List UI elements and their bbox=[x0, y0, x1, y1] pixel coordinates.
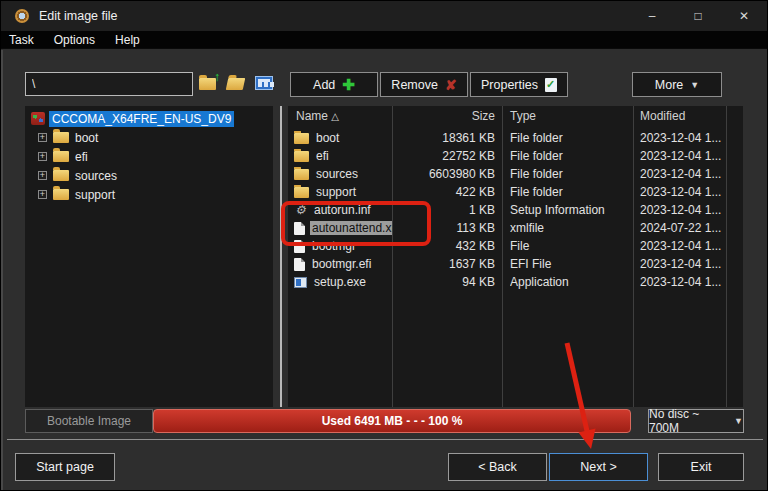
column-header-type[interactable]: Type bbox=[510, 109, 536, 123]
usage-progress-text: Used 6491 MB - - - 100 % bbox=[322, 414, 463, 428]
open-folder-icon[interactable] bbox=[227, 74, 246, 91]
new-folder-icon[interactable]: ↑ bbox=[199, 74, 218, 91]
main-frame: ↑ Add ✚ Remove ✘ Properties More ▼ bbox=[1, 50, 768, 491]
tree-item-label: boot bbox=[75, 131, 98, 145]
checked-document-icon bbox=[545, 78, 557, 92]
file-modified: 2024-07-22 1... bbox=[640, 221, 726, 235]
details-view-icon[interactable] bbox=[255, 76, 273, 90]
list-header: Name △ Size Type Modified bbox=[288, 106, 743, 127]
file-modified: 2023-12-04 1... bbox=[640, 275, 726, 289]
tree-item-efi[interactable]: + efi bbox=[29, 147, 273, 166]
panel-divider[interactable] bbox=[280, 106, 282, 407]
red-x-icon: ✘ bbox=[445, 78, 457, 92]
file-modified: 2023-12-04 1... bbox=[640, 185, 726, 199]
file-modified: 2023-12-04 1... bbox=[640, 131, 726, 145]
menu-bar: Task Options Help bbox=[1, 31, 767, 49]
sort-ascending-icon: △ bbox=[331, 111, 339, 122]
folder-icon bbox=[294, 169, 309, 180]
exit-button[interactable]: Exit bbox=[658, 453, 744, 481]
file-icon bbox=[294, 258, 305, 271]
file-name: boot bbox=[314, 131, 341, 145]
start-page-button[interactable]: Start page bbox=[15, 453, 115, 481]
bootable-image-label: Bootable Image bbox=[25, 409, 153, 433]
file-modified: 2023-12-04 1... bbox=[640, 203, 726, 217]
file-name: efi bbox=[314, 149, 331, 163]
menu-help[interactable]: Help bbox=[105, 31, 150, 49]
remove-button-label: Remove bbox=[391, 78, 438, 92]
window-title: Edit image file bbox=[39, 9, 118, 23]
more-button-label: More bbox=[655, 78, 683, 92]
maximize-button[interactable]: □ bbox=[675, 1, 721, 31]
file-type: EFI File bbox=[510, 257, 630, 271]
file-type: File folder bbox=[510, 167, 630, 181]
file-size: 22752 KB bbox=[395, 149, 495, 163]
tree-item-boot[interactable]: + boot bbox=[29, 128, 273, 147]
file-name: sources bbox=[314, 167, 360, 181]
tree-item-label: sources bbox=[75, 169, 117, 183]
close-button[interactable]: ✕ bbox=[721, 1, 767, 31]
file-size: 6603980 KB bbox=[395, 167, 495, 181]
column-header-size[interactable]: Size bbox=[395, 109, 495, 123]
file-name: setup.exe bbox=[312, 275, 368, 289]
table-row[interactable]: setup.exe 94 KB Application 2023-12-04 1… bbox=[288, 274, 743, 292]
folder-icon bbox=[294, 187, 309, 198]
edit-image-file-window: Edit image file – □ ✕ Task Options Help … bbox=[0, 0, 768, 491]
table-row[interactable]: efi 22752 KB File folder 2023-12-04 1... bbox=[288, 148, 743, 166]
back-button[interactable]: < Back bbox=[448, 453, 547, 481]
file-modified: 2023-12-04 1... bbox=[640, 167, 726, 181]
file-modified: 2023-12-04 1... bbox=[640, 149, 726, 163]
add-button-label: Add bbox=[313, 78, 335, 92]
minimize-button[interactable]: – bbox=[629, 1, 675, 31]
folder-icon bbox=[294, 151, 309, 162]
tree-item-support[interactable]: + support bbox=[29, 185, 273, 204]
expand-icon[interactable]: + bbox=[38, 152, 47, 161]
folder-icon bbox=[53, 132, 69, 143]
file-name: support bbox=[314, 185, 358, 199]
file-type: Setup Information bbox=[510, 203, 630, 217]
file-type: Application bbox=[510, 275, 630, 289]
tree-root-node[interactable]: CCCOMA_X64FRE_EN-US_DV9 bbox=[29, 109, 273, 128]
table-row[interactable]: sources 6603980 KB File folder 2023-12-0… bbox=[288, 166, 743, 184]
file-type: File folder bbox=[510, 131, 630, 145]
add-button[interactable]: Add ✚ bbox=[290, 72, 378, 97]
remove-button[interactable]: Remove ✘ bbox=[380, 72, 468, 97]
tree-item-sources[interactable]: + sources bbox=[29, 166, 273, 185]
tree-item-label: support bbox=[75, 188, 115, 202]
next-button[interactable]: Next > bbox=[549, 453, 648, 481]
properties-button[interactable]: Properties bbox=[470, 72, 568, 97]
file-size: 1637 KB bbox=[395, 257, 495, 271]
file-size: 94 KB bbox=[395, 275, 495, 289]
path-input[interactable] bbox=[25, 72, 193, 96]
expand-icon[interactable]: + bbox=[38, 133, 47, 142]
file-size: 422 KB bbox=[395, 185, 495, 199]
file-type: File bbox=[510, 239, 630, 253]
disc-image-icon bbox=[31, 112, 45, 125]
plus-icon: ✚ bbox=[342, 77, 355, 92]
table-row[interactable]: support 422 KB File folder 2023-12-04 1.… bbox=[288, 184, 743, 202]
column-header-name[interactable]: Name △ bbox=[296, 109, 339, 123]
column-header-name-label: Name bbox=[296, 109, 328, 123]
disc-size-dropdown[interactable]: No disc ~ 700M ▼ bbox=[648, 409, 744, 433]
disc-size-label: No disc ~ 700M bbox=[649, 407, 728, 435]
more-button[interactable]: More ▼ bbox=[632, 72, 722, 97]
menu-options[interactable]: Options bbox=[44, 31, 105, 49]
table-row[interactable]: boot 18361 KB File folder 2023-12-04 1..… bbox=[288, 130, 743, 148]
title-bar[interactable]: Edit image file – □ ✕ bbox=[1, 1, 767, 31]
table-row[interactable]: bootmgr.efi 1637 KB EFI File 2023-12-04 … bbox=[288, 256, 743, 274]
chevron-down-icon: ▼ bbox=[690, 80, 699, 90]
column-header-modified[interactable]: Modified bbox=[640, 109, 685, 123]
application-icon bbox=[294, 277, 307, 288]
menu-task[interactable]: Task bbox=[9, 31, 44, 49]
file-list: Name △ Size Type Modified boot 18361 KB … bbox=[288, 106, 743, 407]
file-type: xmlfile bbox=[510, 221, 630, 235]
folder-icon bbox=[53, 151, 69, 162]
usage-progress-bar: Used 6491 MB - - - 100 % bbox=[153, 409, 631, 433]
annotation-highlight-box bbox=[281, 201, 431, 246]
folder-icon bbox=[53, 170, 69, 181]
file-name: bootmgr.efi bbox=[310, 257, 373, 271]
properties-button-label: Properties bbox=[481, 78, 538, 92]
file-modified: 2023-12-04 1... bbox=[640, 257, 726, 271]
expand-icon[interactable]: + bbox=[38, 190, 47, 199]
tree-root-label: CCCOMA_X64FRE_EN-US_DV9 bbox=[49, 111, 234, 127]
expand-icon[interactable]: + bbox=[38, 171, 47, 180]
